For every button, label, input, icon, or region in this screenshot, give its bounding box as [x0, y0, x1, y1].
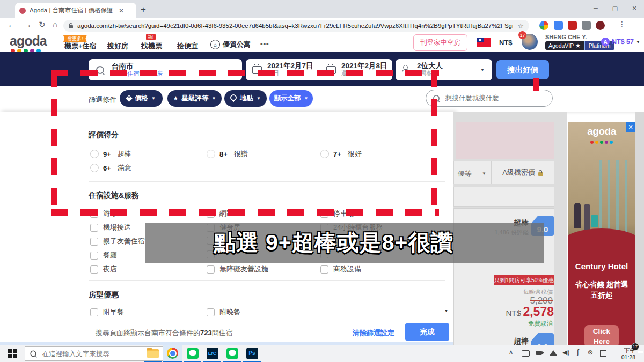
facility-accessibility[interactable]: 無障礙友善設施 — [207, 264, 268, 274]
filter-pill-price[interactable]: 價格▼ — [120, 90, 163, 107]
panel-scroll-down-icon[interactable]: ▼ — [444, 309, 448, 313]
radio-8plus[interactable] — [207, 150, 215, 158]
search-button[interactable]: 搜出好價 — [496, 60, 549, 79]
taiwan-flag-icon[interactable] — [477, 38, 491, 47]
ad-close-icon[interactable]: ✕ — [626, 122, 635, 132]
rating-option-6plus[interactable]: 6+ 滿意 — [90, 163, 131, 173]
checkbox-accessibility[interactable] — [207, 265, 215, 274]
ad-photo-people — [574, 203, 581, 228]
taskbar-search-input[interactable] — [41, 350, 159, 358]
rating-option-7plus[interactable]: 7+ 很好 — [320, 149, 362, 159]
ad-banner[interactable]: agoda Century Hotel 省心省錢 超首選 五折起 ClickHe… — [568, 122, 635, 348]
checkbox-business[interactable] — [320, 265, 328, 274]
taskbar-lightroom-icon[interactable]: LrC — [202, 345, 222, 361]
filter-search-box[interactable] — [426, 90, 553, 107]
extension-adblock-icon[interactable] — [568, 21, 577, 30]
bookmark-star-icon[interactable]: ☆ — [517, 22, 524, 30]
tab-title: Agoda | 台南市住宿 | 價格保證 — [30, 6, 115, 14]
price-tag-icon — [126, 95, 133, 102]
start-button[interactable] — [8, 349, 17, 358]
section-divider — [89, 181, 445, 182]
filter-search-input[interactable] — [444, 94, 546, 102]
checkbox-nightclub[interactable] — [90, 265, 98, 274]
taskbar-explorer-icon[interactable] — [143, 345, 163, 361]
ad-hotel-name: Century Hotel — [568, 262, 635, 271]
filter-pill-show-all[interactable]: 顯示全部▼ — [269, 90, 313, 107]
browser-menu-icon[interactable]: ⋮ — [618, 20, 626, 28]
nav-flight-hotel[interactable]: 機票+住宿 — [64, 41, 97, 51]
extensions-puzzle-icon[interactable] — [582, 21, 591, 30]
checkbox-airport-transfer[interactable] — [90, 224, 98, 232]
tray-safely-remove-icon[interactable]: ⊗ — [588, 349, 593, 356]
tray-pip-icon[interactable] — [600, 350, 606, 357]
cash-amount: NT$ 57 — [612, 38, 634, 46]
taskbar-line-icon[interactable] — [182, 345, 202, 361]
agoda-favicon-icon — [19, 8, 26, 14]
checkbox-restaurant[interactable] — [90, 252, 98, 260]
forward-icon[interactable]: → — [24, 20, 32, 29]
nav-deals[interactable]: 撿便宜 — [177, 41, 198, 51]
done-button[interactable]: 完成 — [405, 323, 449, 341]
page-scrollbar-track[interactable] — [635, 112, 644, 348]
facility-nightclub[interactable]: 夜店 — [90, 264, 117, 274]
rating-option-9plus[interactable]: 9+ 超棒 — [90, 149, 131, 159]
rating-option-8plus[interactable]: 8+ 很讚 — [207, 149, 248, 159]
radio-9plus[interactable] — [90, 150, 99, 158]
browser-tab[interactable]: Agoda | 台南市住宿 | 價格保證 ✕ — [15, 3, 136, 18]
window-maximize-button[interactable]: ▢ — [605, 0, 625, 16]
ad-click-here-button[interactable]: ClickHere — [584, 325, 619, 348]
tray-camera-icon[interactable] — [536, 351, 542, 355]
list-your-property-button[interactable]: 刊登家中空房 — [413, 34, 467, 51]
taskbar-line2-icon[interactable] — [222, 345, 242, 361]
facility-family-friendly[interactable]: 親子友善住宿 — [90, 237, 145, 246]
checkbox-breakfast[interactable] — [90, 308, 98, 316]
facility-business[interactable]: 商務設備 — [320, 264, 361, 274]
nav-more-icon[interactable]: ••• — [260, 40, 269, 48]
agoda-cash[interactable]: A NT$ 57 ▼ — [601, 38, 640, 46]
user-name: SHENG CHE Y. — [545, 34, 587, 40]
taskbar-chrome-icon[interactable] — [163, 345, 182, 361]
ad-logo-dots — [568, 137, 635, 145]
checkin-date: 2021年2月7日 — [267, 62, 313, 70]
back-icon[interactable]: ← — [8, 20, 16, 29]
agoda-cash-coin-icon: A — [601, 38, 610, 46]
price-caret-icon: ▼ — [151, 96, 156, 101]
extension-google-icon[interactable] — [539, 21, 548, 30]
room-option-breakfast[interactable]: 附早餐 — [90, 307, 124, 317]
window-minimize-button[interactable]: ─ — [586, 0, 605, 16]
nav-flights-badge: 新! — [146, 32, 156, 41]
star-caret-icon: ▼ — [211, 96, 216, 101]
nav-flights[interactable]: 找機票 — [141, 41, 162, 51]
taskbar-photoshop-icon[interactable]: Ps — [242, 345, 262, 361]
radio-7plus[interactable] — [320, 150, 329, 158]
currency-selector[interactable]: NT$ — [499, 39, 513, 47]
url-field[interactable]: agoda.com/zh-tw/search?guid=49c21df0-0d6… — [63, 20, 529, 32]
cash-caret-icon: ▼ — [636, 40, 640, 45]
ad-tagline-2: 五折起 — [568, 291, 635, 300]
nav-search-rooms[interactable]: 搜好房 — [107, 41, 128, 51]
agoda-logo[interactable]: agoda — [10, 33, 47, 55]
tray-device-icon[interactable] — [522, 350, 530, 357]
checkbox-dinner[interactable] — [207, 308, 215, 316]
tray-volume-icon[interactable]: ◀) — [562, 349, 569, 356]
filter-pill-star-rating[interactable]: ★ 星級評等▼ — [167, 90, 222, 107]
nav-apartments[interactable]: ⌂ 優質公寓 — [210, 40, 251, 49]
tab-close-icon[interactable]: ✕ — [119, 7, 124, 14]
filter-pill-location[interactable]: 地點▼ — [224, 90, 267, 107]
annotation-callout-text: 點選 9+超棒或是8+很讚 — [214, 228, 475, 257]
room-option-dinner[interactable]: 附晚餐 — [207, 307, 240, 317]
tray-chevron-icon[interactable]: ∧ — [509, 349, 513, 356]
home-icon[interactable]: ⌂ — [53, 20, 57, 29]
reload-icon[interactable]: ↻ — [39, 20, 46, 29]
tray-pen-icon[interactable]: ∫ — [577, 348, 579, 356]
new-tab-button[interactable]: + — [141, 4, 146, 15]
checkbox-family-friendly[interactable] — [90, 238, 98, 246]
facility-restaurant[interactable]: 餐廳 — [90, 250, 117, 260]
extension-misc-icon[interactable] — [596, 21, 605, 30]
window-close-button[interactable]: ✕ — [625, 0, 644, 16]
facility-airport-transfer[interactable]: 機場接送 — [90, 223, 131, 232]
extension-translate-icon[interactable] — [554, 21, 563, 30]
clear-filters-link[interactable]: 清除篩選設定 — [353, 328, 394, 338]
radio-6plus[interactable] — [90, 164, 99, 172]
tray-wifi-icon[interactable] — [550, 350, 557, 356]
